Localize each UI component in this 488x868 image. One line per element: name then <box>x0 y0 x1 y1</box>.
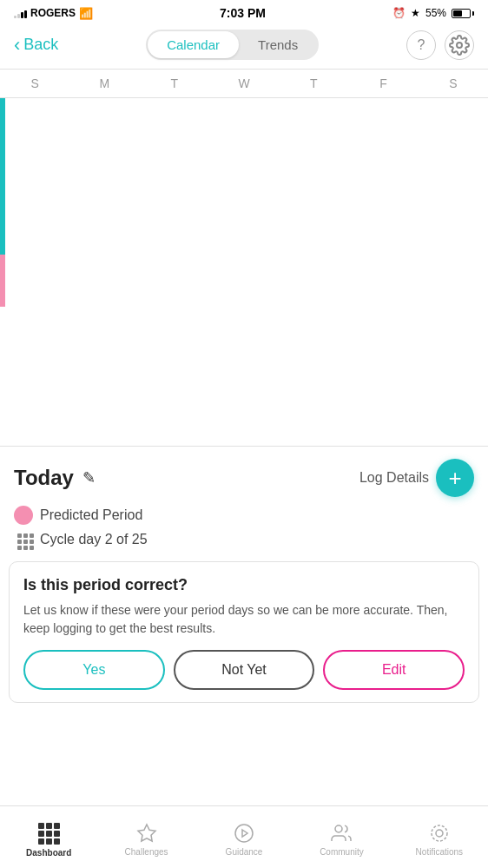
svg-rect-2 <box>23 533 28 538</box>
add-log-button[interactable]: + <box>436 459 474 497</box>
svg-rect-8 <box>23 546 28 550</box>
header-icons: ? <box>406 30 474 60</box>
weekday-sat: S <box>419 76 488 90</box>
status-carrier: ROGERS 📶 <box>14 7 93 20</box>
log-details-label: Log Details <box>359 470 429 486</box>
svg-rect-6 <box>30 540 34 544</box>
signal-bars <box>14 8 27 18</box>
weekday-tue: T <box>140 76 209 90</box>
nav-label-notifications: Notifications <box>416 847 463 857</box>
svg-point-13 <box>335 825 342 832</box>
nav-item-notifications[interactable]: Notifications <box>391 806 488 868</box>
battery-percent: 55% <box>425 7 446 19</box>
carrier-label: ROGERS <box>30 7 76 19</box>
cycle-day-text: Cycle day 2 of 25 <box>40 532 148 547</box>
nav-item-guidance[interactable]: Guidance <box>195 806 293 868</box>
calendar-toggle-btn[interactable]: Calendar <box>148 31 239 58</box>
svg-point-0 <box>457 43 462 48</box>
weekday-thu: T <box>279 76 348 90</box>
edit-icon[interactable]: ✎ <box>82 468 96 487</box>
svg-point-14 <box>436 830 443 837</box>
status-time: 7:03 PM <box>220 6 266 20</box>
dashboard-icon <box>38 823 60 845</box>
app-header: ‹ Back Calendar Trends ? <box>0 24 488 69</box>
nav-label-guidance: Guidance <box>226 847 263 857</box>
nav-item-dashboard[interactable]: Dashboard <box>0 806 97 868</box>
cycle-grid-icon <box>14 530 33 549</box>
weekday-fri: F <box>348 76 418 90</box>
nav-item-challenges[interactable]: Challenges <box>97 806 195 868</box>
battery-indicator <box>452 9 474 18</box>
svg-marker-12 <box>242 830 247 837</box>
log-details-button[interactable]: Log Details + <box>359 459 474 497</box>
predicted-period-row: Predicted Period <box>14 506 474 525</box>
bluetooth-icon: ★ <box>411 7 420 19</box>
weekday-mon: M <box>69 76 139 90</box>
weekday-sun: S <box>0 76 69 90</box>
calendar-weekdays: S M T W T F S <box>0 69 488 98</box>
calendar-left-bar <box>0 98 5 446</box>
status-right: ⏰ ★ 55% <box>392 7 474 19</box>
back-chevron-icon: ‹ <box>14 36 20 55</box>
help-button[interactable]: ? <box>406 30 436 60</box>
period-card-title: Is this period correct? <box>23 576 465 594</box>
status-bar: ROGERS 📶 7:03 PM ⏰ ★ 55% <box>0 0 488 24</box>
edit-button[interactable]: Edit <box>323 650 465 690</box>
svg-point-15 <box>432 825 447 841</box>
view-toggle: Calendar Trends <box>146 30 319 60</box>
bottom-navigation: Dashboard Challenges Guidance Community … <box>0 805 488 868</box>
nav-label-dashboard: Dashboard <box>26 848 71 858</box>
teal-bar <box>0 98 5 255</box>
settings-button[interactable] <box>445 30 474 60</box>
period-correct-card: Is this period correct? Let us know if t… <box>9 561 479 703</box>
today-title: Today <box>14 466 74 490</box>
today-left: Today ✎ <box>14 466 96 490</box>
today-header: Today ✎ Log Details + <box>14 459 474 497</box>
period-card-buttons: Yes Not Yet Edit <box>23 650 465 690</box>
today-section: Today ✎ Log Details + Predicted Period <box>0 446 488 558</box>
trends-toggle-btn[interactable]: Trends <box>239 31 317 58</box>
svg-rect-3 <box>30 533 34 538</box>
notifications-icon <box>429 823 450 844</box>
period-dot-icon <box>14 506 33 525</box>
svg-rect-5 <box>23 540 28 544</box>
yes-button[interactable]: Yes <box>23 650 165 690</box>
wifi-icon: 📶 <box>79 7 93 20</box>
period-card-desc: Let us know if these were your period da… <box>23 601 465 638</box>
nav-label-challenges: Challenges <box>125 847 168 857</box>
alarm-icon: ⏰ <box>392 7 406 19</box>
weekday-wed: W <box>209 76 279 90</box>
nav-label-community: Community <box>320 847 364 857</box>
pink-bar <box>0 255 5 307</box>
svg-point-11 <box>235 825 253 842</box>
svg-rect-7 <box>17 546 22 550</box>
svg-marker-10 <box>138 825 155 841</box>
svg-rect-4 <box>17 540 22 544</box>
cycle-day-row: Cycle day 2 of 25 <box>14 530 474 549</box>
nav-item-community[interactable]: Community <box>293 806 390 868</box>
not-yet-button[interactable]: Not Yet <box>174 650 315 690</box>
back-button[interactable]: ‹ Back <box>14 36 58 55</box>
guidance-icon <box>234 823 254 844</box>
community-icon <box>331 823 352 844</box>
back-label: Back <box>23 36 58 54</box>
svg-rect-1 <box>17 533 22 538</box>
calendar-grid[interactable] <box>0 98 488 446</box>
predicted-period-label: Predicted Period <box>40 507 142 523</box>
svg-rect-9 <box>30 546 34 550</box>
challenges-icon <box>136 823 157 844</box>
